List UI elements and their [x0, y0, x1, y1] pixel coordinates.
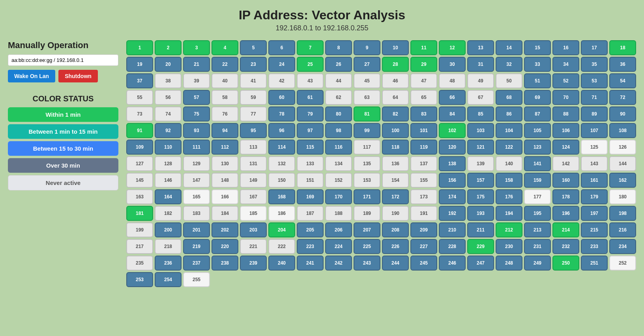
ip-cell-129[interactable]: 129 [183, 156, 210, 171]
ip-cell-249[interactable]: 249 [524, 256, 551, 271]
ip-cell-59[interactable]: 59 [240, 90, 267, 105]
ip-cell-130[interactable]: 130 [212, 156, 238, 171]
ip-cell-208[interactable]: 208 [382, 222, 409, 237]
ip-cell-192[interactable]: 192 [439, 206, 466, 221]
ip-cell-190[interactable]: 190 [382, 206, 409, 221]
ip-cell-46[interactable]: 46 [382, 73, 409, 88]
ip-cell-52[interactable]: 52 [552, 73, 579, 88]
ip-cell-214[interactable]: 214 [552, 222, 579, 237]
ip-cell-143[interactable]: 143 [581, 156, 608, 171]
ip-cell-224[interactable]: 224 [325, 239, 352, 254]
ip-cell-96[interactable]: 96 [268, 123, 295, 138]
ip-cell-153[interactable]: 153 [354, 173, 380, 188]
ip-cell-150[interactable]: 150 [268, 173, 295, 188]
ip-cell-112[interactable]: 112 [212, 140, 238, 155]
ip-cell-85[interactable]: 85 [467, 106, 494, 121]
ip-cell-70[interactable]: 70 [552, 90, 579, 105]
ip-cell-109[interactable]: 109 [126, 140, 153, 155]
ip-cell-159[interactable]: 159 [524, 173, 551, 188]
ip-cell-151[interactable]: 151 [297, 173, 324, 188]
ip-cell-91[interactable]: 91 [126, 123, 153, 138]
ip-cell-194[interactable]: 194 [496, 206, 522, 221]
ip-cell-37[interactable]: 37 [126, 73, 153, 88]
ip-cell-1[interactable]: 1 [126, 40, 153, 55]
ip-cell-168[interactable]: 168 [268, 189, 295, 204]
ip-cell-95[interactable]: 95 [240, 123, 267, 138]
ip-cell-23[interactable]: 23 [240, 57, 267, 72]
ip-cell-132[interactable]: 132 [268, 156, 295, 171]
ip-cell-195[interactable]: 195 [524, 206, 551, 221]
ip-cell-74[interactable]: 74 [155, 106, 182, 121]
ip-cell-47[interactable]: 47 [410, 73, 437, 88]
ip-cell-202[interactable]: 202 [212, 222, 238, 237]
ip-cell-65[interactable]: 65 [410, 90, 437, 105]
ip-cell-206[interactable]: 206 [325, 222, 352, 237]
ip-cell-41[interactable]: 41 [240, 73, 267, 88]
ip-cell-10[interactable]: 10 [382, 40, 409, 55]
ip-cell-67[interactable]: 67 [467, 90, 494, 105]
ip-cell-66[interactable]: 66 [439, 90, 466, 105]
ip-cell-82[interactable]: 82 [382, 106, 409, 121]
ip-cell-155[interactable]: 155 [410, 173, 437, 188]
ip-cell-144[interactable]: 144 [609, 156, 636, 171]
ip-cell-232[interactable]: 232 [552, 239, 579, 254]
ip-cell-12[interactable]: 12 [439, 40, 466, 55]
ip-cell-242[interactable]: 242 [325, 256, 352, 271]
ip-cell-250[interactable]: 250 [552, 256, 579, 271]
ip-cell-164[interactable]: 164 [155, 189, 182, 204]
ip-cell-35[interactable]: 35 [581, 57, 608, 72]
ip-cell-175[interactable]: 175 [467, 189, 494, 204]
ip-cell-133[interactable]: 133 [297, 156, 324, 171]
ip-cell-239[interactable]: 239 [240, 256, 267, 271]
ip-cell-2[interactable]: 2 [155, 40, 182, 55]
ip-cell-134[interactable]: 134 [325, 156, 352, 171]
ip-cell-222[interactable]: 222 [268, 239, 295, 254]
ip-cell-97[interactable]: 97 [297, 123, 324, 138]
ip-cell-160[interactable]: 160 [552, 173, 579, 188]
ip-cell-106[interactable]: 106 [552, 123, 579, 138]
ip-cell-193[interactable]: 193 [467, 206, 494, 221]
ip-cell-113[interactable]: 113 [240, 140, 267, 155]
ip-cell-141[interactable]: 141 [524, 156, 551, 171]
ip-cell-83[interactable]: 83 [410, 106, 437, 121]
ip-cell-165[interactable]: 165 [183, 189, 210, 204]
ip-cell-198[interactable]: 198 [609, 206, 636, 221]
ip-cell-125[interactable]: 125 [581, 140, 608, 155]
ip-cell-24[interactable]: 24 [268, 57, 295, 72]
ip-cell-212[interactable]: 212 [496, 222, 522, 237]
ip-cell-99[interactable]: 99 [354, 123, 380, 138]
ip-cell-183[interactable]: 183 [183, 206, 210, 221]
ip-cell-20[interactable]: 20 [155, 57, 182, 72]
ip-cell-78[interactable]: 78 [268, 106, 295, 121]
ip-cell-184[interactable]: 184 [212, 206, 238, 221]
ip-cell-135[interactable]: 135 [354, 156, 380, 171]
ip-cell-53[interactable]: 53 [581, 73, 608, 88]
ip-cell-177[interactable]: 177 [524, 189, 551, 204]
ip-cell-13[interactable]: 13 [467, 40, 494, 55]
ip-cell-126[interactable]: 126 [609, 140, 636, 155]
ip-cell-9[interactable]: 9 [354, 40, 380, 55]
ip-cell-197[interactable]: 197 [581, 206, 608, 221]
ip-cell-216[interactable]: 216 [609, 222, 636, 237]
ip-cell-223[interactable]: 223 [297, 239, 324, 254]
ip-cell-103[interactable]: 103 [467, 123, 494, 138]
ip-cell-63[interactable]: 63 [354, 90, 380, 105]
ip-cell-26[interactable]: 26 [325, 57, 352, 72]
ip-cell-29[interactable]: 29 [410, 57, 437, 72]
ip-cell-115[interactable]: 115 [297, 140, 324, 155]
ip-cell-215[interactable]: 215 [581, 222, 608, 237]
ip-cell-200[interactable]: 200 [155, 222, 182, 237]
ip-cell-102[interactable]: 102 [439, 123, 466, 138]
ip-cell-75[interactable]: 75 [183, 106, 210, 121]
ip-cell-42[interactable]: 42 [268, 73, 295, 88]
ip-cell-49[interactable]: 49 [467, 73, 494, 88]
ip-cell-73[interactable]: 73 [126, 106, 153, 121]
ip-cell-187[interactable]: 187 [297, 206, 324, 221]
ip-cell-217[interactable]: 217 [126, 239, 153, 254]
ip-cell-128[interactable]: 128 [155, 156, 182, 171]
ip-cell-230[interactable]: 230 [496, 239, 522, 254]
ip-cell-87[interactable]: 87 [524, 106, 551, 121]
ip-cell-45[interactable]: 45 [354, 73, 380, 88]
ip-cell-18[interactable]: 18 [609, 40, 636, 55]
ip-cell-172[interactable]: 172 [382, 189, 409, 204]
